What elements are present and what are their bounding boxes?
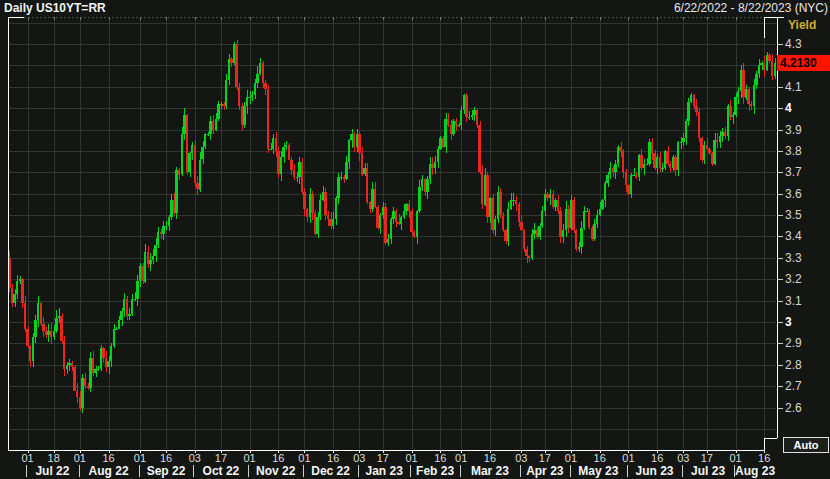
candle-body (444, 119, 446, 147)
candle-body (698, 112, 700, 138)
candle-body (73, 367, 75, 391)
candle-body (622, 151, 624, 172)
candle-body (58, 316, 60, 318)
candle-body (230, 59, 232, 63)
candle-body (630, 175, 632, 194)
candle-body (256, 74, 258, 83)
candle-body (160, 232, 162, 234)
candle-body (251, 95, 253, 97)
candle-body (42, 324, 44, 330)
x-day-label: 17 (215, 452, 227, 464)
y-axis-label: 4 (785, 101, 792, 115)
candle-body (476, 110, 478, 125)
candle-body (120, 311, 122, 320)
x-day-label: 03 (189, 452, 201, 464)
candle-body (465, 95, 467, 116)
candle-body (719, 136, 721, 142)
x-month-label: Jul 23 (691, 464, 725, 478)
candle-body (228, 59, 230, 80)
candle-body (322, 192, 324, 201)
candle-body (222, 104, 224, 106)
y-axis-label: 3.4 (785, 229, 802, 243)
x-month-label: Sep 22 (147, 464, 186, 478)
candle-body (53, 331, 55, 337)
candle-body (157, 232, 159, 245)
candle-body (107, 361, 109, 367)
candle-body (162, 226, 164, 235)
candle-body (141, 266, 143, 281)
candle-body (269, 149, 271, 150)
candle-body (204, 134, 206, 147)
candle-body (614, 164, 616, 173)
auto-scale-button[interactable]: Auto (783, 437, 829, 453)
candle-body (19, 279, 21, 281)
candle-body (24, 303, 26, 329)
candle-body (682, 138, 684, 142)
y-axis-label: 3.6 (785, 187, 802, 201)
candle-body (50, 331, 52, 337)
candle-body (740, 70, 742, 91)
candle-body (528, 256, 530, 258)
candle-body (382, 207, 384, 216)
candle-body (434, 162, 436, 168)
y-axis-label: 3.7 (785, 165, 802, 179)
candle-body (178, 170, 180, 174)
candle-body (674, 157, 676, 170)
candle-body (361, 153, 363, 174)
candle-body (71, 363, 73, 367)
candlestick-plot-area[interactable] (8, 17, 777, 450)
candle-body (666, 151, 668, 164)
candle-body (220, 104, 222, 105)
candle-body (421, 179, 423, 188)
candle-body (760, 63, 762, 65)
candle-body (471, 115, 473, 117)
y-axis-label: 3.1 (785, 294, 802, 308)
candle-body (727, 106, 729, 136)
candle-body (215, 119, 217, 130)
candle-body (136, 281, 138, 298)
candle-body (79, 397, 81, 408)
candle-body (207, 134, 209, 135)
candle-body (290, 160, 292, 171)
candle-body (512, 200, 514, 201)
candle-body (235, 44, 237, 87)
y-axis-label: 4.1 (785, 80, 802, 94)
candle-body (66, 365, 68, 369)
candle-body (128, 314, 130, 316)
candle-body (410, 211, 412, 232)
candle-body (565, 209, 567, 230)
candle-body (306, 209, 308, 218)
x-day-label: 01 (455, 452, 467, 464)
x-day-label: 03 (353, 452, 365, 464)
candle-body (152, 256, 154, 260)
candle-body (217, 104, 219, 119)
x-month-label: Aug 23 (735, 464, 775, 478)
candle-body (21, 279, 23, 303)
candle-body (504, 230, 506, 241)
candle-body (606, 175, 608, 184)
candle-body (89, 358, 91, 388)
candle-body (188, 153, 190, 172)
candle-body (243, 106, 245, 125)
y-axis-label: 3.5 (785, 208, 802, 222)
candle-body (533, 230, 535, 234)
chart-window: 4.34.143.93.83.73.63.53.43.33.23.132.92.… (0, 0, 830, 479)
x-month-label: Oct 22 (203, 464, 240, 478)
candle-body (225, 80, 227, 106)
candle-body (572, 200, 574, 230)
candle-body (105, 358, 107, 367)
candle-body (758, 65, 760, 74)
candle-body (319, 200, 321, 217)
candle-body (685, 121, 687, 138)
candle-body (646, 164, 648, 165)
candle-body (366, 168, 368, 202)
x-day-label: 16 (102, 452, 114, 464)
candle-body (408, 204, 410, 210)
candle-body (635, 175, 637, 177)
candle-body (246, 97, 248, 106)
candle-body (494, 219, 496, 230)
candle-body (353, 134, 355, 147)
candle-body (371, 189, 373, 208)
candle-body (340, 177, 342, 178)
candle-body (544, 194, 546, 211)
